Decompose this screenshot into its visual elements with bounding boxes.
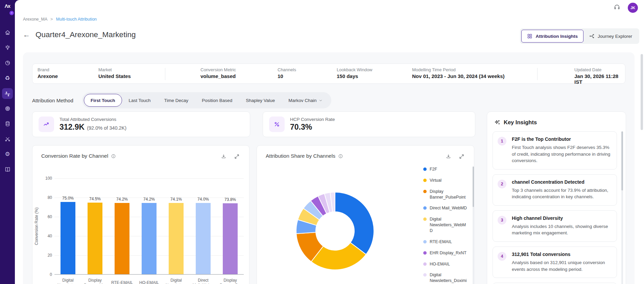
home-icon <box>2 27 13 38</box>
breadcrumb: Arexone_MA > Multi-touch Attribution <box>23 17 97 22</box>
gear-icon: ⚙ <box>2 149 13 160</box>
page-title: Quarter4_Arexone_Marketing <box>35 30 136 39</box>
method-tab-markov-chain[interactable]: Markov Chain <box>282 94 330 107</box>
attribution-method-label: Attribution Method <box>32 98 82 103</box>
legend-dot <box>423 179 427 182</box>
legend-dot <box>423 167 427 171</box>
insight-title: F2F is the Top Contributor <box>512 136 611 142</box>
bar[interactable] <box>61 202 75 274</box>
info-icon[interactable] <box>111 154 116 159</box>
pie-chart-icon <box>2 58 13 69</box>
legend-scrollbar-thumb[interactable] <box>473 166 474 207</box>
insight-title: 312,901 Total conversions <box>512 252 611 257</box>
y-tick: 80 <box>48 195 52 200</box>
insight-body: Analysis based on 312,901 unique convers… <box>512 259 611 273</box>
grid-icon <box>527 33 532 39</box>
expand-icon[interactable] <box>234 154 240 161</box>
info-value: 150 days <box>337 73 373 79</box>
insight-number-badge: 4 <box>498 252 506 261</box>
legend-item[interactable]: F2F <box>423 166 468 172</box>
page-scrollbar-thumb[interactable] <box>641 54 643 130</box>
y-tick: 40 <box>48 234 52 238</box>
method-tab-first-touch[interactable]: First Touch <box>84 94 122 107</box>
legend-item[interactable]: Direct Mail_WebMD <box>423 205 468 211</box>
sidebar-item-target[interactable] <box>0 101 15 116</box>
donut-legend: F2FVirtualDisplay Banner_PulsePointDirec… <box>423 166 468 284</box>
bar-value-label: 75.0% <box>62 196 74 201</box>
donut-slice-F2F[interactable] <box>335 192 374 254</box>
bulb-icon <box>2 43 13 53</box>
legend-item[interactable]: HO-EMAIL <box>423 261 468 267</box>
download-icon[interactable] <box>221 154 226 161</box>
info-value: United States <box>98 73 131 79</box>
bar[interactable] <box>142 203 157 274</box>
sidebar-item-gear[interactable]: ⚙ <box>0 147 15 162</box>
campaign-info-bar: BrandArexoneMarketUnited StatesConversio… <box>32 63 625 84</box>
kpi-value: 70.3% <box>290 123 312 132</box>
info-field-lookback-window: Lookback Window150 days <box>337 67 373 79</box>
method-tab-position-based[interactable]: Position Based <box>195 94 239 107</box>
chart-title: Conversion Rate by Channel <box>41 153 108 159</box>
insights-scrollbar-thumb[interactable] <box>621 131 623 190</box>
method-tab-last-touch[interactable]: Last Touch <box>122 94 158 107</box>
avatar[interactable]: JK <box>628 3 638 13</box>
kpi-subtext: (92.0% of 340.2K) <box>87 125 126 131</box>
kpi-value: 312.9K <box>59 123 85 132</box>
sidebar-item-bulb[interactable] <box>0 40 15 55</box>
main-area: Arexone_MA > Multi-touch Attribution JK … <box>15 0 644 284</box>
legend-item[interactable]: EHR Display_RxNT <box>423 250 468 256</box>
insight-number-badge: 2 <box>498 180 506 188</box>
legend-label: HO-EMAIL <box>430 261 450 267</box>
bar[interactable] <box>115 203 129 274</box>
headphones-icon[interactable] <box>614 4 620 12</box>
legend-item[interactable]: RTE-EMAIL <box>423 239 468 245</box>
divider <box>165 68 165 80</box>
legend-dot <box>423 217 427 221</box>
y-tick: 100 <box>45 176 52 181</box>
bar-value-label: 74.0% <box>197 197 209 202</box>
attribution-method-tabs: First TouchLast TouchTime DecayPosition … <box>82 92 331 108</box>
bar-value-label: 73.8% <box>224 197 236 202</box>
legend-item[interactable]: Digital Newsletters_Doximity <box>423 272 468 284</box>
book-icon <box>2 164 13 175</box>
legend-item[interactable]: Display Banner_PulsePoint <box>423 189 468 200</box>
info-field-modelling-time-period: Modelling Time PeriodNov 01, 2023 - Jun … <box>412 67 505 79</box>
method-tab-time-decay[interactable]: Time Decay <box>158 94 195 107</box>
sidebar-item-tools[interactable] <box>0 131 15 147</box>
sidebar-item-book[interactable] <box>0 162 15 177</box>
journey-explorer-button[interactable]: Journey Explorer <box>583 30 638 43</box>
sidebar: Λx ♻⚙ <box>0 0 15 284</box>
sidebar-expand-toggle[interactable]: » <box>9 10 15 16</box>
breadcrumb-project[interactable]: Arexone_MA <box>23 17 47 22</box>
insight-card: 4312,901 Total conversionsAnalysis based… <box>493 247 617 278</box>
info-value: Nov 01, 2023 - Jun 30, 2024 (34 weeks) <box>412 73 505 79</box>
insight-title: High channel Diversity <box>512 215 611 221</box>
sidebar-item-attribution-flow[interactable] <box>0 86 15 101</box>
sidebar-item-pie-chart[interactable] <box>0 55 15 71</box>
insight-number-badge: 1 <box>498 137 506 146</box>
attribution-insights-button[interactable]: Attribution Insights <box>521 30 583 43</box>
legend-item[interactable]: Digital Newsletters_WebMD <box>423 216 468 234</box>
info-label: Lookback Window <box>337 67 373 72</box>
bar-value-label: 74.2% <box>116 197 128 202</box>
percent-icon <box>269 117 285 132</box>
bar-value-label: 74.1% <box>170 197 182 202</box>
x-tick-label: Digital Newslette... <box>54 277 81 284</box>
bar[interactable] <box>169 203 184 274</box>
view-toggle: Attribution Insights Journey Explorer <box>520 28 639 44</box>
attribution-flow-icon <box>2 88 13 99</box>
back-arrow[interactable]: ← <box>23 31 30 39</box>
bar[interactable] <box>223 203 238 274</box>
sparkle-icon <box>494 119 500 126</box>
sidebar-item-database[interactable] <box>0 116 15 131</box>
bar[interactable] <box>88 203 102 274</box>
sidebar-item-recycle[interactable]: ♻ <box>0 71 15 86</box>
y-tick: 0 <box>50 272 52 277</box>
legend-label: EHR Display_RxNT <box>430 250 467 256</box>
breadcrumb-page[interactable]: Multi-touch Attribution <box>56 17 97 22</box>
bar[interactable] <box>196 203 211 274</box>
recycle-icon: ♻ <box>2 73 13 84</box>
method-tab-shapley-value[interactable]: Shapley Value <box>239 94 282 107</box>
legend-item[interactable]: Virtual <box>423 178 468 183</box>
sidebar-item-home[interactable] <box>0 25 15 40</box>
